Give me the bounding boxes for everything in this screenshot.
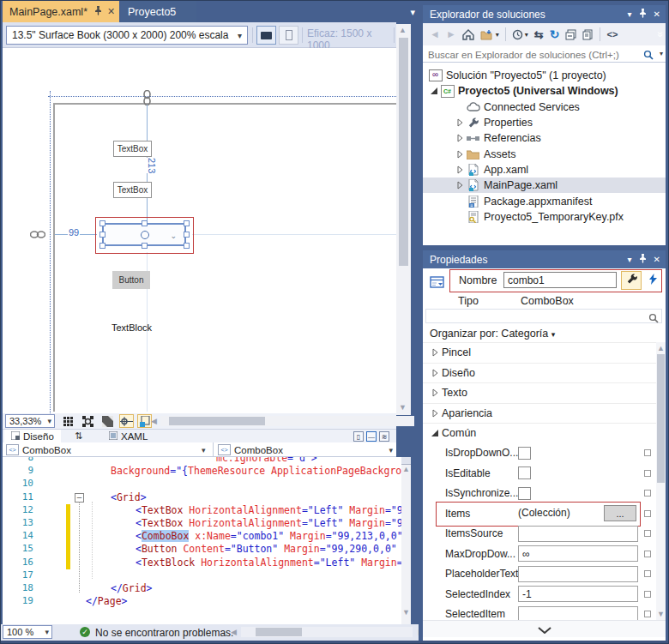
organize-by-label[interactable]: Organizar por: Categoría ▾ [430,328,555,340]
designer-button[interactable]: Button [112,271,150,289]
property-value-input[interactable] [518,545,638,562]
nav-dropdown-right[interactable]: <> ComboBox ▾ [214,442,396,457]
property-value-input[interactable] [518,566,638,582]
solution-explorer-title-bar[interactable]: Explorador de soluciones ▾ ✕ [423,5,666,23]
tree-item-properties[interactable]: Properties [423,115,666,130]
tree-item-mainpage-xaml[interactable]: MainPage.xaml [423,178,666,193]
switch-views-icon[interactable]: ▾ [480,29,499,40]
editor-vertical-scrollbar[interactable]: ▲ ▼ [401,457,411,624]
toolbar-overflow-icon[interactable]: » [655,32,667,38]
tree-collapsed-arrow-icon[interactable] [454,118,466,127]
close-icon[interactable]: ✕ [654,255,660,264]
category-apariencia[interactable]: Apariencia [423,403,656,424]
tab-design-view[interactable]: Diseño [4,430,61,443]
category-collapsed-arrow-icon[interactable] [428,348,442,357]
code-line[interactable]: 8mc:Ignorable="d"> [3,457,411,465]
category-com-n[interactable]: Común [423,423,656,443]
code-line[interactable]: 15<Button Content="Button" Margin="99,29… [3,543,411,556]
tab-well-dropdown-icon[interactable]: ▾ [410,7,415,18]
properties-search[interactable] [425,309,662,323]
sync-with-active-document-icon[interactable]: ⇆ [534,28,544,41]
window-position-icon[interactable]: ▾ [628,255,632,264]
property-marker[interactable] [644,530,651,537]
properties-scroll-thumb[interactable] [657,354,665,483]
code-line[interactable]: 9Background="{ThemeResource ApplicationP… [3,465,411,478]
code-line[interactable]: 10 [3,478,411,491]
resize-handle-s[interactable] [142,243,148,249]
scroll-up-icon[interactable]: ▲ [657,344,665,352]
close-icon[interactable]: ✕ [107,6,115,17]
property-value-input[interactable] [518,586,638,602]
code-line[interactable]: 16<TextBlock HorizontalAlignment="Left" … [3,557,411,569]
vertical-split-button[interactable]: ▯ [353,431,364,442]
tree-collapsed-arrow-icon[interactable] [454,181,466,190]
solution-explorer-search-input[interactable] [426,47,636,62]
category-texto[interactable]: Texto [423,382,656,403]
swap-panes-icon[interactable]: ⇅ [75,430,82,442]
tree-expanded-arrow-icon[interactable] [428,87,440,95]
property-checkbox[interactable] [518,447,531,460]
resize-handle-ne[interactable] [184,220,190,226]
home-icon[interactable] [462,29,474,40]
show-grid-icon[interactable] [61,414,75,428]
tree-collapsed-arrow-icon[interactable] [454,134,466,142]
designer-vertical-scrollbar[interactable]: ▲ ▼ [396,24,411,415]
property-marker[interactable] [644,449,651,456]
close-icon[interactable]: ✕ [654,9,660,19]
property-marker[interactable] [644,570,651,577]
editor-hscroll-thumb[interactable] [256,628,302,636]
resize-handle-nw[interactable] [99,220,105,226]
designer-textbox-2[interactable]: TextBox [113,182,152,198]
resize-handle-w[interactable] [99,232,105,238]
category-dise-o[interactable]: Diseño [423,363,656,383]
expand-more-properties-strip[interactable] [423,620,666,637]
properties-title-bar[interactable]: Propiedades ▾ ✕ [423,250,666,268]
device-selector-dropdown[interactable]: 13.5" Surface Book (3000 x 2000) 200% es… [6,26,248,45]
category-expanded-arrow-icon[interactable] [428,429,442,437]
tree-item-assets[interactable]: Assets [423,146,666,161]
property-value-input[interactable] [518,526,638,542]
resize-handle-n[interactable] [142,220,148,226]
code-line[interactable]: 13<TextBox HorizontalAlignment="Left" Ma… [3,517,411,530]
designer-textbox-1[interactable]: TextBox [113,141,152,157]
category-collapsed-arrow-icon[interactable] [428,369,442,377]
search-icon[interactable] [643,48,654,63]
designer-vscroll-thumb[interactable] [399,38,408,266]
tab-mainpage-xaml[interactable]: MainPage.xaml* ✕ [3,1,119,22]
code-line[interactable]: 18</Grid> [3,582,411,595]
property-marker[interactable] [644,611,651,617]
property-marker[interactable] [644,490,651,497]
nav-dropdown-left[interactable]: <> ComboBox ▾ [3,442,214,457]
designer-horizontal-scrollbar[interactable]: ◀ ▶ [160,416,414,426]
element-name-input[interactable] [503,272,617,288]
tree-item-proyecto5-universal-windows[interactable]: C#Proyecto5 (Universal Windows) [423,83,666,99]
code-line[interactable]: 17 [3,569,411,582]
property-marker[interactable] [644,551,651,557]
editor-zoom-dropdown[interactable]: 100 % ▾ [3,625,52,639]
tree-collapsed-arrow-icon[interactable] [454,166,466,174]
collapse-pane-button[interactable]: ≋ [379,431,389,442]
scroll-down-icon[interactable]: ▼ [657,610,665,618]
chevron-down-icon[interactable]: ▾ [660,50,663,57]
left-anchor-chain-icon[interactable] [30,228,45,244]
events-button[interactable] [645,271,660,290]
editor-horizontal-scrollbar[interactable]: ◀ ▶ [241,627,413,637]
collapse-all-icon[interactable] [565,29,576,40]
tree-item-app-xaml[interactable]: App.xaml [423,162,666,178]
tree-item-soluci-n-proyecto5-1-proyecto[interactable]: ∞Solución "Proyecto5" (1 proyecto) [423,68,666,83]
tree-item-package-appxmanifest[interactable]: Package.appxmanifest [423,193,666,208]
portrait-orientation-button[interactable] [279,26,298,45]
designer-zoom-dropdown[interactable]: 33,33% ▾ [5,414,55,428]
forward-icon[interactable]: ► [446,28,456,40]
code-line[interactable]: 14<ComboBox x:Name="combo1" Margin="99,2… [3,530,411,543]
pending-changes-filter-icon[interactable]: ▾ [512,29,528,40]
tree-item-connected-services[interactable]: Connected Services [423,99,666,115]
scroll-up-icon[interactable]: ▲ [402,465,410,473]
horizontal-split-button[interactable]: — [366,431,377,442]
back-icon[interactable]: ◄ [430,28,440,40]
pin-icon[interactable] [94,6,102,17]
snap-to-snaplines-icon[interactable] [137,414,152,428]
properties-scrollbar[interactable]: ▲ ▼ [656,342,666,620]
code-line[interactable]: 11–<Grid> [3,491,411,504]
properties-mode-button[interactable] [621,271,642,290]
